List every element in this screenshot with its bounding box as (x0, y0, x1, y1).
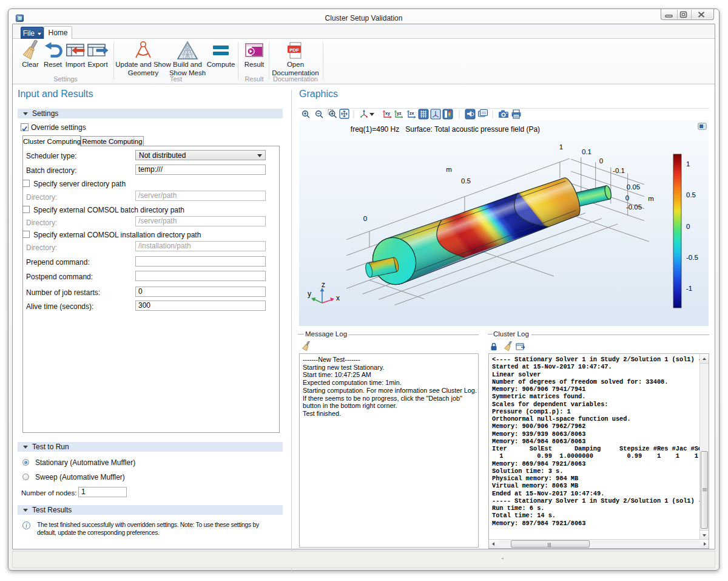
svg-text:-1: -1 (686, 285, 692, 292)
svg-text:x: x (336, 294, 340, 302)
svg-text:z: z (322, 280, 325, 289)
svg-text:m: m (648, 195, 654, 202)
svg-text:1: 1 (686, 160, 690, 168)
svg-text:yz: yz (397, 111, 402, 116)
svg-text:0: 0 (625, 194, 629, 202)
svg-text:-0.05: -0.05 (626, 203, 642, 211)
svg-text:0: 0 (686, 223, 690, 230)
svg-text:xy: xy (385, 111, 390, 116)
svg-text:0: 0 (599, 157, 603, 165)
svg-text:0.1: 0.1 (582, 148, 592, 155)
svg-text:0.05: 0.05 (627, 183, 640, 191)
svg-text:PDF: PDF (289, 47, 299, 53)
svg-text:0.5: 0.5 (686, 191, 696, 199)
svg-text:y: y (308, 290, 311, 298)
svg-text:zx: zx (410, 111, 414, 115)
svg-text:m: m (446, 166, 452, 173)
svg-text:0.5: 0.5 (461, 177, 471, 185)
svg-text:freq(1)=490 Hz Surface: Tota: freq(1)=490 Hz Surface: Total acoustic p… (351, 125, 540, 134)
svg-text:-0.1: -0.1 (613, 167, 625, 174)
svg-text:0: 0 (363, 215, 367, 222)
svg-text:1: 1 (559, 143, 563, 151)
svg-text:-0.5: -0.5 (686, 254, 698, 261)
